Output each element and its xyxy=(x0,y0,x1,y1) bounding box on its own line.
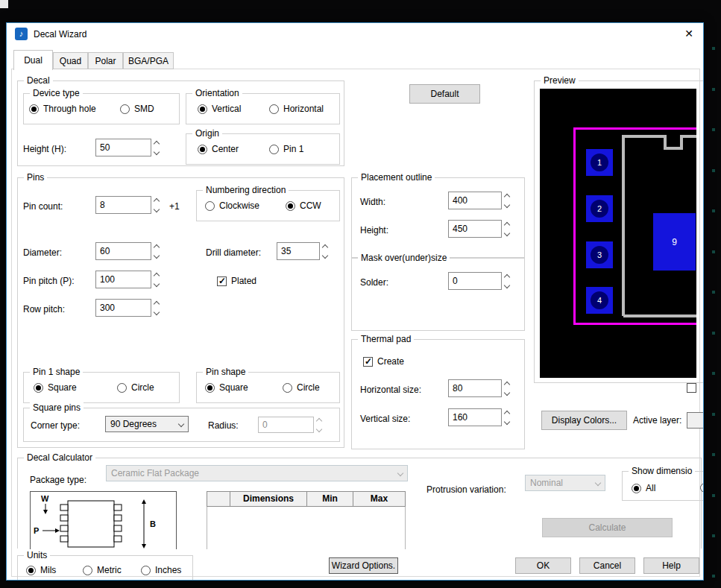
svg-text:B: B xyxy=(150,519,156,528)
title-bar[interactable]: ♪ Decal Wizard ✕ xyxy=(7,23,703,45)
vertical-size-spin-buttons[interactable] xyxy=(502,408,512,426)
height-h-spin-buttons[interactable] xyxy=(151,139,162,157)
corner-type-label: Corner type: xyxy=(31,420,80,431)
display-colors-button[interactable]: Display Colors... xyxy=(541,411,627,430)
radio-through-hole[interactable]: Through hole xyxy=(29,104,96,114)
row-pitch-input[interactable]: 300 xyxy=(95,299,151,317)
radio-smd[interactable]: SMD xyxy=(120,104,154,114)
radio-horizontal[interactable]: Horizontal xyxy=(269,104,324,114)
radio-label: Mils xyxy=(40,565,56,575)
radio-icon xyxy=(29,104,39,114)
horizontal-size-input[interactable]: 80 xyxy=(448,379,502,397)
tab-dual[interactable]: Dual xyxy=(13,50,53,70)
row-pitch-spin-buttons[interactable] xyxy=(151,299,162,317)
radio-pin-square[interactable]: Square xyxy=(205,382,248,393)
radio-label: Circle xyxy=(131,382,154,393)
decal-wizard-dialog: ♪ Decal Wizard ✕ Dual Quad Polar BGA/PGA… xyxy=(6,22,704,581)
decal-group-legend: Decal xyxy=(24,75,53,86)
create-checkbox[interactable]: Create xyxy=(363,356,404,367)
placement-width-input[interactable]: 400 xyxy=(448,192,502,209)
radio-inches[interactable]: Inches xyxy=(141,565,181,575)
wizard-options-button[interactable]: Wizard Options. xyxy=(329,557,398,574)
desktop-dot xyxy=(712,372,715,375)
ok-button[interactable]: OK xyxy=(515,557,571,574)
radio-label: Center xyxy=(212,144,239,154)
desktop-dot xyxy=(712,494,715,497)
tab-bga-pga[interactable]: BGA/PGA xyxy=(123,52,174,69)
radio-icon xyxy=(269,145,279,154)
radio-icon xyxy=(205,383,215,393)
radio-show-other[interactable] xyxy=(700,483,704,493)
preview-pad-number: 4 xyxy=(591,291,608,309)
plated-checkbox[interactable]: Plated xyxy=(217,276,256,286)
placement-height-spin-buttons[interactable] xyxy=(502,220,512,238)
height-h-spinner: 50 xyxy=(95,139,162,157)
pin-pitch-spinner: 100 xyxy=(95,271,162,288)
preview-pad-2: 2 xyxy=(586,195,613,222)
desktop-dot xyxy=(712,128,715,131)
placement-width-spin-buttons[interactable] xyxy=(502,192,512,209)
drill-diameter-input[interactable]: 35 xyxy=(277,242,320,260)
radio-vertical[interactable]: Vertical xyxy=(198,104,241,114)
radio-show-all[interactable]: All xyxy=(632,483,655,493)
placement-height-spinner: 450 xyxy=(448,220,512,238)
mask-group: Mask over(under)size xyxy=(351,258,525,331)
row-pitch-spinner: 300 xyxy=(95,299,162,317)
radius-input: 0 xyxy=(258,417,314,433)
default-button[interactable]: Default xyxy=(409,84,480,104)
diameter-spinner: 60 xyxy=(95,242,162,260)
radio-clockwise[interactable]: Clockwise xyxy=(205,200,259,211)
chevron-down-icon[interactable] xyxy=(174,422,188,426)
checkbox-label: Plated xyxy=(231,276,256,286)
placement-width-label: Width: xyxy=(360,197,385,207)
pin-pitch-input[interactable]: 100 xyxy=(95,271,151,288)
radio-label: Clockwise xyxy=(219,200,259,211)
tab-polar[interactable]: Polar xyxy=(88,52,123,69)
close-icon[interactable]: ✕ xyxy=(676,23,702,44)
radio-label: Square xyxy=(48,382,77,393)
vertical-size-input[interactable]: 160 xyxy=(448,408,502,426)
solder-input[interactable]: 0 xyxy=(448,272,502,290)
radio-pin1-square[interactable]: Square xyxy=(34,382,77,393)
preview-pad-1: 1 xyxy=(586,149,613,176)
solder-label: Solder: xyxy=(360,277,388,288)
drill-diameter-spin-buttons[interactable] xyxy=(320,242,330,260)
protrusion-variation-select: Nominal xyxy=(525,475,605,491)
radio-pin1[interactable]: Pin 1 xyxy=(269,144,303,154)
units-legend: Units xyxy=(24,550,50,561)
horizontal-size-spin-buttons[interactable] xyxy=(502,379,512,397)
horizontal-size-label: Horizontal size: xyxy=(360,385,421,395)
height-h-label: Height (H): xyxy=(23,144,66,154)
placement-height-label: Height: xyxy=(360,225,388,235)
cancel-button[interactable]: Cancel xyxy=(579,557,635,574)
dimensions-table-body[interactable] xyxy=(207,507,406,549)
placement-height-input[interactable]: 450 xyxy=(448,220,502,238)
radio-pin-circle[interactable]: Circle xyxy=(283,382,320,393)
pin-count-input[interactable]: 8 xyxy=(95,196,151,214)
diameter-input[interactable]: 60 xyxy=(95,242,151,260)
diameter-spin-buttons[interactable] xyxy=(151,242,162,260)
radio-metric[interactable]: Metric xyxy=(83,565,122,575)
height-h-input[interactable]: 50 xyxy=(95,139,151,157)
active-layer-select[interactable] xyxy=(687,412,704,429)
thermal-pad-legend: Thermal pad xyxy=(358,334,414,345)
help-button[interactable]: Help xyxy=(643,557,699,574)
table-header-min: Min xyxy=(307,491,353,507)
radio-mils[interactable]: Mils xyxy=(26,565,56,575)
vertical-size-label: Vertical size: xyxy=(360,414,410,424)
show-dimensions-legend: Show dimensio xyxy=(629,466,695,477)
radio-center[interactable]: Center xyxy=(198,144,239,154)
preview-option-checkbox[interactable] xyxy=(687,383,696,393)
corner-type-select[interactable]: 90 Degrees xyxy=(105,416,189,432)
package-diagram: W P B xyxy=(30,491,177,549)
radio-icon xyxy=(34,383,43,393)
checkbox-label: Create xyxy=(377,356,404,367)
radio-ccw[interactable]: CCW xyxy=(286,200,321,211)
radio-pin1-circle[interactable]: Circle xyxy=(117,382,154,393)
horizontal-size-spinner: 80 xyxy=(448,379,512,397)
pin-pitch-spin-buttons[interactable] xyxy=(151,271,162,288)
solder-spin-buttons[interactable] xyxy=(502,272,512,290)
tab-quad[interactable]: Quad xyxy=(53,52,88,69)
pin-count-spin-buttons[interactable] xyxy=(151,196,162,214)
desktop-dot xyxy=(712,332,715,335)
